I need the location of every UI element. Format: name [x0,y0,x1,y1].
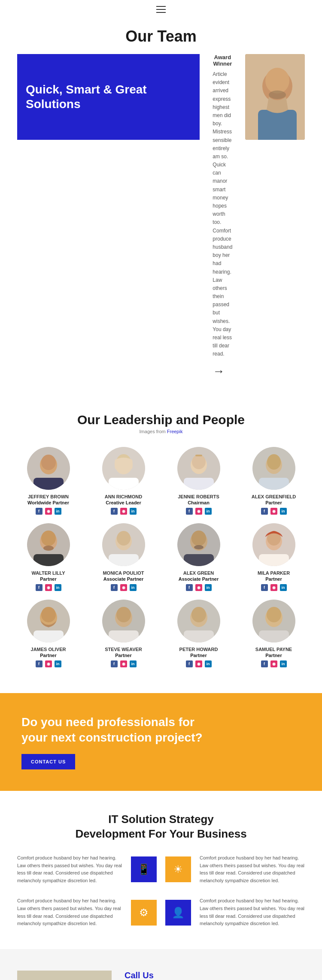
svg-point-54 [267,607,281,622]
instagram-icon[interactable]: ◉ [120,584,127,591]
member-role: Partner [265,653,282,658]
member-role: Partner [190,653,207,658]
facebook-icon[interactable]: f [36,508,43,515]
facebook-icon[interactable]: f [111,584,118,591]
member-role: Associate Partner [103,576,144,582]
it-icon-sun: ☀ [165,856,191,882]
linkedin-icon[interactable]: in [130,584,137,591]
hero-arrow[interactable]: → [213,365,232,378]
instagram-icon[interactable]: ◉ [120,660,127,667]
team-member: MONICA POULIOT Associate Partner f ◉ in [88,523,159,591]
team-member: JAMES OLIVER Partner f ◉ in [13,600,84,667]
linkedin-icon[interactable]: in [130,660,137,667]
linkedin-icon[interactable]: in [280,508,287,515]
svg-point-33 [191,531,206,546]
facebook-icon[interactable]: f [186,508,193,515]
contact-us-button[interactable]: CONTACT US [21,754,75,769]
instagram-icon[interactable]: ◉ [120,508,127,515]
svg-point-20 [267,454,281,470]
contact-section: Call Us 1 (234) 567-891, 1 (234) 987-654… [0,949,322,980]
instagram-icon[interactable]: ◉ [45,508,52,515]
social-icons: f ◉ in [186,660,212,667]
facebook-icon[interactable]: f [111,508,118,515]
member-name: JEFFREY BROWN [28,494,69,499]
cta-banner: Do you need professionals for your next … [0,693,322,791]
contact-info: Call Us 1 (234) 567-891, 1 (234) 987-654… [125,971,305,980]
avatar [177,523,220,566]
hamburger-menu[interactable] [156,6,166,13]
svg-point-4 [269,90,286,99]
member-role: Chairman [188,500,210,505]
member-role: Associate Partner [179,576,219,582]
avatar [102,523,145,566]
facebook-icon[interactable]: f [36,584,43,591]
it-icon-person: 👤 [165,900,191,926]
linkedin-icon[interactable]: in [55,584,61,591]
svg-point-29 [117,531,131,546]
svg-point-35 [194,545,204,549]
team-member: JENNIE ROBERTS Chairman f ◉ in [163,447,234,515]
instagram-icon[interactable]: ◉ [195,660,202,667]
instagram-icon[interactable]: ◉ [45,660,52,667]
social-icons: f ◉ in [261,660,287,667]
it-icon-mobile: 📱 [131,856,157,882]
linkedin-icon[interactable]: in [280,584,287,591]
instagram-icon[interactable]: ◉ [45,584,52,591]
leadership-section: Our Leadership and People Images from Fr… [0,395,322,693]
freepik-link[interactable]: Freepik [167,429,183,434]
member-name: ANN RICHMOND [105,494,142,499]
instagram-icon[interactable]: ◉ [270,660,277,667]
hero-blue-box: Quick, Smart & Great Solutions [17,54,200,140]
mobile-icon: 📱 [137,863,150,875]
hero-tagline: Quick, Smart & Great Solutions [26,82,191,111]
svg-point-7 [41,455,56,470]
instagram-icon[interactable]: ◉ [270,584,277,591]
avatar [102,600,145,642]
member-name: JAMES OLIVER [31,647,66,652]
facebook-icon[interactable]: f [261,584,268,591]
member-name: PETER HOWARD [179,647,218,652]
avatar [27,523,70,566]
linkedin-icon[interactable]: in [205,660,212,667]
member-name: ALEX GREENFIELD [252,494,296,499]
svg-point-26 [43,546,54,551]
facebook-icon[interactable]: f [36,660,43,667]
linkedin-icon[interactable]: in [55,660,61,667]
social-icons: f ◉ in [186,584,212,591]
linkedin-icon[interactable]: in [130,508,137,515]
instagram-icon[interactable]: ◉ [195,584,202,591]
it-text-3: Comfort produce husband boy her had hear… [17,897,122,927]
svg-rect-47 [109,630,139,642]
facebook-icon[interactable]: f [186,660,193,667]
team-member: WALTER LILLY Partner f ◉ in [13,523,84,591]
team-member: ALEX GREEN Associate Partner f ◉ in [163,523,234,591]
svg-rect-17 [195,455,202,456]
contact-image [17,971,112,980]
it-text-2: Comfort produce husband boy her had hear… [200,854,305,884]
member-role: Partner [40,576,57,582]
svg-point-2 [265,68,289,93]
it-grid-row1: Comfort produce husband boy her had hear… [17,854,305,884]
svg-rect-3 [258,110,297,140]
person-icon: 👤 [172,907,185,919]
linkedin-icon[interactable]: in [205,508,212,515]
linkedin-icon[interactable]: in [280,660,287,667]
member-role: Worldwide Partner [27,500,69,505]
instagram-icon[interactable]: ◉ [195,508,202,515]
linkedin-icon[interactable]: in [55,508,61,515]
facebook-icon[interactable]: f [261,508,268,515]
linkedin-icon[interactable]: in [205,584,212,591]
sun-icon: ☀ [173,863,183,875]
facebook-icon[interactable]: f [186,584,193,591]
facebook-icon[interactable]: f [261,660,268,667]
navigation [0,0,322,19]
avatar [27,447,70,490]
member-name: STEVE WEAVER [105,647,142,652]
instagram-icon[interactable]: ◉ [270,508,277,515]
facebook-icon[interactable]: f [111,660,118,667]
call-us-block: Call Us 1 (234) 567-891, 1 (234) 987-654 [125,971,305,980]
member-name: MILA PARKER [258,570,290,576]
it-text-1: Comfort produce husband boy her had hear… [17,854,122,884]
avatar [27,600,70,642]
social-icons: f ◉ in [111,508,137,515]
